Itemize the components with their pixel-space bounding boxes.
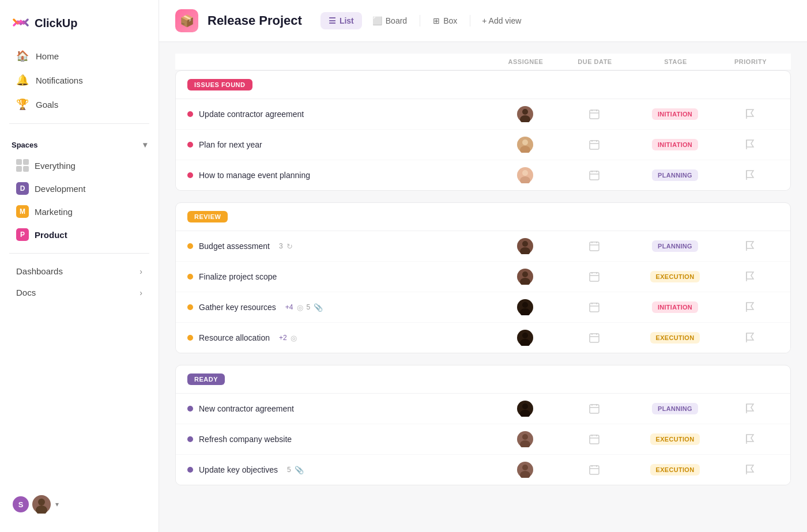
refresh-icon: ↻	[286, 242, 293, 251]
flag-icon	[745, 434, 755, 444]
user-footer[interactable]: S ▾	[0, 486, 159, 523]
task-dot-purple	[187, 467, 193, 473]
svg-rect-38	[590, 273, 599, 281]
calendar-icon	[589, 241, 599, 251]
sidebar-item-home[interactable]: 🏠 Home	[5, 44, 154, 68]
task-meta: 3 ↻	[279, 242, 293, 251]
col-task	[187, 58, 491, 65]
marketing-dot-icon: M	[16, 205, 29, 218]
sidebar-item-goals[interactable]: 🏆 Goals	[5, 92, 154, 116]
svg-point-60	[522, 403, 528, 409]
sidebar-item-everything[interactable]: Everything	[5, 154, 154, 177]
assignee-cell	[491, 462, 560, 478]
col-assignee: ASSIGNEE	[491, 58, 560, 65]
stage-cell: EXECUTION	[629, 433, 721, 445]
sidebar-item-marketing[interactable]: M Marketing	[5, 200, 154, 223]
task-row[interactable]: Update contractor agreement INITIATION	[176, 99, 790, 130]
project-icon: 📦	[175, 9, 198, 32]
list-tab-label: List	[340, 16, 354, 25]
stage-cell: PLANNING	[629, 403, 721, 414]
svg-point-52	[522, 333, 528, 338]
task-row[interactable]: Update key objectives 5 📎 EXECUTION	[176, 455, 790, 485]
due-date-cell	[560, 271, 629, 282]
stage-badge: PLANNING	[652, 169, 698, 181]
divider-1	[9, 123, 149, 124]
stage-cell: EXECUTION	[629, 332, 721, 344]
avatar	[517, 401, 533, 417]
priority-cell	[721, 109, 779, 119]
group-header-issues: ISSUES FOUND	[176, 71, 790, 99]
tab-separator	[420, 15, 420, 27]
docs-label: Docs	[16, 288, 36, 297]
task-row[interactable]: Finalize project scope EXECUTION	[176, 262, 790, 292]
stage-cell: PLANNING	[629, 169, 721, 181]
assignee-cell	[491, 299, 560, 315]
goals-label: Goals	[36, 100, 58, 110]
svg-point-36	[522, 271, 528, 277]
task-dot-red	[187, 142, 193, 148]
sidebar: ClickUp 🏠 Home 🔔 Notifications 🏆 Goals S…	[0, 0, 159, 532]
task-dot-yellow	[187, 274, 193, 280]
tab-list[interactable]: ☰ List	[320, 12, 362, 29]
avatar	[517, 330, 533, 346]
tab-box[interactable]: ⊞ Box	[425, 12, 465, 29]
home-label: Home	[36, 51, 59, 61]
task-row[interactable]: Plan for next year INITIATION	[176, 130, 790, 160]
task-dot-purple	[187, 406, 193, 412]
sidebar-item-docs[interactable]: Docs ›	[5, 282, 154, 303]
marketing-label: Marketing	[35, 207, 73, 217]
view-tabs: ☰ List ⬜ Board ⊞ Box + Add view	[320, 12, 528, 29]
sidebar-item-development[interactable]: D Development	[5, 177, 154, 200]
main-panel: 📦 Release Project ☰ List ⬜ Board ⊞ Box +…	[159, 0, 807, 532]
stage-badge: INITIATION	[652, 139, 698, 150]
add-view-button[interactable]: + Add view	[475, 12, 528, 29]
task-row[interactable]: Resource allocation +2 ◎ EXECUTION	[176, 323, 790, 353]
development-label: Development	[35, 184, 85, 194]
task-row[interactable]: Budget assessment 3 ↻ PLANNING	[176, 231, 790, 262]
flag-icon	[745, 333, 755, 343]
svg-rect-62	[590, 405, 599, 413]
calendar-icon	[589, 109, 599, 119]
flag-icon	[745, 241, 755, 251]
task-row[interactable]: Refresh company website EXECUTION	[176, 424, 790, 455]
task-dot-red	[187, 172, 193, 178]
meta-count: 5	[307, 303, 311, 311]
svg-rect-54	[590, 334, 599, 342]
stage-cell: EXECUTION	[629, 271, 721, 282]
task-name: Refresh company website	[199, 435, 292, 444]
group-review: REVIEW Budget assessment 3 ↻	[175, 202, 791, 353]
svg-rect-14	[590, 141, 599, 149]
task-name: Update contractor agreement	[199, 110, 304, 119]
task-name: Update key objectives	[199, 465, 278, 474]
svg-rect-78	[590, 466, 599, 474]
tab-board[interactable]: ⬜ Board	[364, 12, 415, 29]
dashboards-label: Dashboards	[16, 266, 63, 276]
sidebar-item-dashboards[interactable]: Dashboards ›	[5, 261, 154, 282]
assignee-cell	[491, 431, 560, 447]
task-name-cell: Update key objectives 5 📎	[187, 465, 491, 474]
task-row[interactable]: New contractor agreement PLANNING	[176, 394, 790, 424]
assignee-cell	[491, 106, 560, 122]
col-stage: STAGE	[629, 58, 722, 65]
task-meta: 5 📎	[287, 466, 304, 474]
task-name-cell: Gather key resources +4 ◎ 5 📎	[187, 303, 491, 312]
stage-badge: INITIATION	[652, 301, 698, 313]
col-priority: PRIORITY	[722, 58, 779, 65]
dashboards-chevron-icon: ›	[139, 267, 142, 276]
task-name-cell: Plan for next year	[187, 140, 491, 149]
link-icon: ◎	[291, 334, 297, 342]
task-row[interactable]: Gather key resources +4 ◎ 5 📎 INITIATION	[176, 292, 790, 323]
main-content: ASSIGNEE DUE DATE STAGE PRIORITY ISSUES …	[159, 42, 807, 532]
spaces-section-header[interactable]: Spaces ▾	[0, 131, 159, 154]
task-row[interactable]: How to manage event planning PLANNING	[176, 160, 790, 190]
board-tab-icon: ⬜	[372, 16, 382, 25]
stage-cell: INITIATION	[629, 301, 721, 313]
sidebar-item-product[interactable]: P Product	[5, 223, 154, 246]
app-name: ClickUp	[35, 17, 77, 30]
sidebar-item-notifications[interactable]: 🔔 Notifications	[5, 68, 154, 92]
logo[interactable]: ClickUp	[0, 9, 159, 44]
task-name: Gather key resources	[199, 303, 276, 312]
priority-cell	[721, 170, 779, 180]
task-name-cell: How to manage event planning	[187, 171, 491, 180]
due-date-cell	[560, 333, 629, 343]
